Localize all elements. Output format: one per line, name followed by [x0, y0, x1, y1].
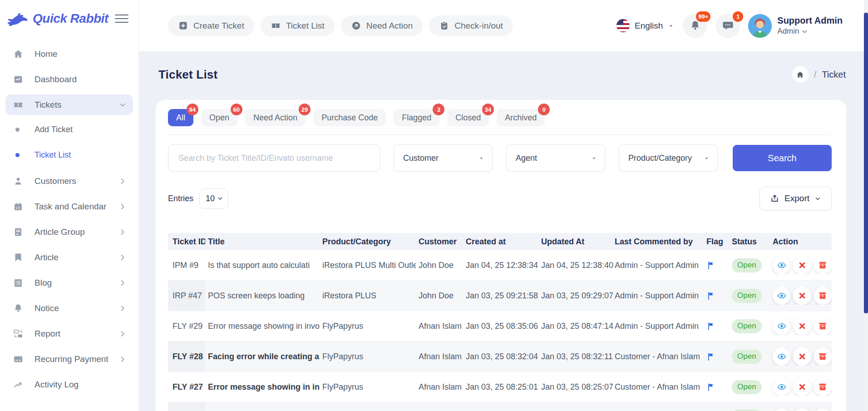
archive-ticket-button[interactable]	[814, 317, 832, 335]
sidebar-item-recurring-payment[interactable]: Recurring Payment	[5, 349, 133, 369]
close-ticket-button[interactable]	[793, 317, 811, 335]
scrollbar-thumb[interactable]	[864, 13, 868, 313]
sidebar-toggle-button[interactable]	[115, 10, 128, 27]
sidebar-item-icon	[13, 252, 24, 263]
language-selector[interactable]: English	[616, 19, 675, 33]
last-commented-cell: Admin - Support Admin	[614, 291, 704, 301]
archive-ticket-button[interactable]	[814, 256, 832, 274]
close-ticket-button[interactable]	[793, 408, 811, 411]
sidebar-item-notice[interactable]: Notice	[5, 298, 133, 318]
flag-icon[interactable]	[706, 352, 716, 361]
ticket-list-button[interactable]: Ticket List	[261, 15, 335, 36]
sidebar-item-tickets[interactable]: Tickets	[5, 94, 133, 115]
archive-ticket-button[interactable]	[814, 378, 832, 396]
flag-icon[interactable]	[706, 291, 716, 301]
sidebar-item-article[interactable]: Article	[5, 247, 133, 267]
updated-at-cell: Jan 03, 25 08:32:11	[538, 352, 614, 361]
messages-button[interactable]: 1	[715, 14, 740, 38]
status-cell: Open	[729, 289, 770, 303]
tab-count-badge: 94	[187, 104, 198, 115]
view-ticket-button[interactable]	[773, 347, 790, 366]
tab-all[interactable]: All 94	[168, 109, 193, 126]
sidebar-item-icon	[13, 176, 24, 187]
breadcrumb-current[interactable]: Ticket	[822, 69, 846, 80]
ticket-search-input[interactable]	[168, 144, 380, 172]
sidebar-item-label: Tickets	[35, 100, 61, 110]
close-ticket-button[interactable]	[793, 256, 811, 274]
sidebar-subitem-ticket-list[interactable]: Ticket List	[5, 145, 133, 164]
view-ticket-button[interactable]	[773, 317, 790, 335]
ticket-title-cell[interactable]: Error message showing in invoi	[205, 322, 320, 331]
tab-archived[interactable]: Archived 0	[497, 109, 545, 126]
close-ticket-button[interactable]	[793, 287, 811, 305]
page-scrollbar[interactable]	[864, 0, 868, 411]
notifications-button[interactable]: 99+	[683, 14, 707, 38]
ticket-title-cell[interactable]: Facing error while creating a	[205, 352, 320, 361]
table-row[interactable]	[168, 402, 832, 411]
sidebar-subitem-add-ticket[interactable]: Add Ticket	[5, 120, 133, 139]
check-in-out-button[interactable]: Check-in/out	[429, 15, 513, 36]
last-commented-cell: Customer - Afnan Islam	[614, 382, 704, 392]
breadcrumb-home-button[interactable]	[792, 66, 809, 83]
view-ticket-button[interactable]	[773, 287, 790, 305]
status-cell: Open	[729, 319, 770, 333]
sidebar-item-dashboard[interactable]: Dashboard	[5, 69, 133, 89]
archive-ticket-button[interactable]	[814, 287, 832, 305]
tab-open[interactable]: Open 60	[201, 109, 237, 126]
last-commented-cell: Customer - Afnan Islam	[614, 352, 704, 361]
ticket-title-cell[interactable]: Error message showing in invoi	[205, 382, 320, 392]
tab-flagged[interactable]: Flagged 3	[394, 109, 439, 126]
sidebar-item-blog[interactable]: Blog	[5, 272, 133, 293]
action-cell	[770, 256, 832, 274]
archive-icon	[818, 321, 828, 331]
tab-closed[interactable]: Closed 34	[447, 109, 489, 126]
status-cell: Open	[729, 380, 770, 394]
table-row[interactable]: FLY #27 Error message showing in invoi F…	[168, 372, 832, 402]
user-menu[interactable]: Support Admin Admin	[748, 14, 843, 38]
sidebar-item-article-group[interactable]: Article Group	[5, 222, 133, 242]
agent-select[interactable]: Agent	[506, 144, 605, 172]
archive-ticket-button[interactable]	[814, 347, 832, 366]
table-row[interactable]: IRP #47 POS screen keeps loading iRestor…	[168, 281, 832, 311]
column-header: Created at	[463, 237, 538, 247]
sidebar-item-report[interactable]: Report	[5, 323, 133, 344]
close-ticket-button[interactable]	[793, 378, 811, 396]
table-row[interactable]: FLY #29 Error message showing in invoi F…	[168, 311, 832, 342]
bullet-icon	[15, 128, 20, 132]
customer-select[interactable]: Customer	[394, 144, 493, 172]
view-ticket-button[interactable]	[773, 378, 790, 396]
flag-icon[interactable]	[706, 382, 716, 392]
app-logo[interactable]: Quick Rabbit	[6, 10, 108, 27]
tab-need-action[interactable]: Need Action 29	[245, 109, 306, 126]
flag-icon[interactable]	[706, 261, 716, 270]
entries-per-page-select[interactable]: 10	[199, 188, 228, 208]
tab-label: Open	[209, 113, 229, 123]
product-category-select[interactable]: Product/Category	[619, 144, 718, 172]
sidebar-item-home[interactable]: Home	[5, 44, 133, 64]
need-action-button[interactable]: Need Action	[341, 15, 423, 36]
view-ticket-button[interactable]	[773, 408, 790, 411]
create-ticket-button[interactable]: Create Ticket	[168, 15, 254, 36]
flag-icon[interactable]	[706, 322, 716, 331]
product-cell: FlyPapyrus	[320, 322, 416, 331]
sidebar-item-label: Dashboard	[35, 74, 77, 84]
chevron-icon	[118, 355, 127, 363]
search-button[interactable]: Search	[733, 145, 832, 171]
export-button[interactable]: Export	[760, 187, 832, 210]
eye-icon	[777, 291, 787, 301]
sidebar-item-task-and-calendar[interactable]: Task and Calendar	[5, 196, 133, 217]
table-row[interactable]: FLY #28 Facing error while creating a Fl…	[168, 342, 832, 372]
customer-cell: Afnan Islam	[416, 352, 463, 361]
ticket-title-cell[interactable]: POS screen keeps loading	[205, 291, 320, 301]
sidebar-item-activity-log[interactable]: Activity Log	[5, 374, 133, 395]
tab-purchase-code[interactable]: Purchase Code	[313, 109, 386, 126]
archive-ticket-button[interactable]	[814, 408, 832, 411]
table-row[interactable]: IPM #9 Is that support auto calculati iR…	[168, 250, 832, 281]
view-ticket-button[interactable]	[773, 256, 790, 274]
sidebar-item-customers[interactable]: Customers	[5, 171, 133, 191]
status-badge: Open	[732, 380, 762, 394]
status-filter-tabs: All 94 Open 60 Need Action 29 Purchase C…	[168, 109, 832, 135]
updated-at-cell: Jan 03, 25 08:25:07	[538, 382, 614, 392]
ticket-title-cell[interactable]: Is that support auto calculati	[205, 261, 320, 270]
close-ticket-button[interactable]	[793, 347, 811, 366]
